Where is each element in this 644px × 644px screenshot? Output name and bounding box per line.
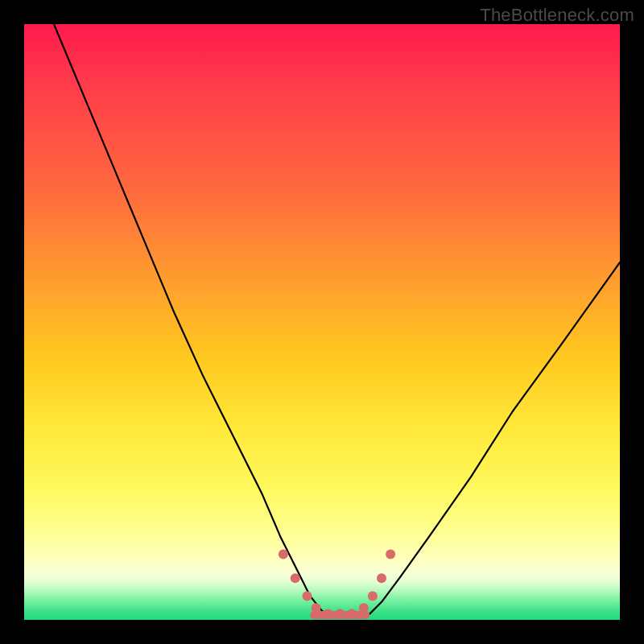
svg-point-5	[323, 609, 332, 619]
svg-point-9	[368, 591, 378, 601]
highlight-dots	[279, 550, 395, 619]
svg-point-4	[312, 603, 321, 613]
svg-point-11	[386, 550, 395, 559]
svg-point-1	[279, 550, 288, 559]
bottleneck-curve-path	[54, 24, 620, 617]
plot-area	[24, 24, 620, 620]
watermark-text: TheBottleneck.com	[480, 5, 634, 26]
svg-point-6	[335, 609, 345, 619]
svg-point-3	[303, 591, 312, 601]
outer-black-frame: TheBottleneck.com	[0, 0, 644, 644]
svg-point-7	[347, 609, 357, 619]
svg-point-8	[359, 603, 369, 613]
chart-svg	[24, 24, 620, 620]
svg-point-10	[377, 573, 386, 583]
svg-point-2	[291, 573, 300, 583]
